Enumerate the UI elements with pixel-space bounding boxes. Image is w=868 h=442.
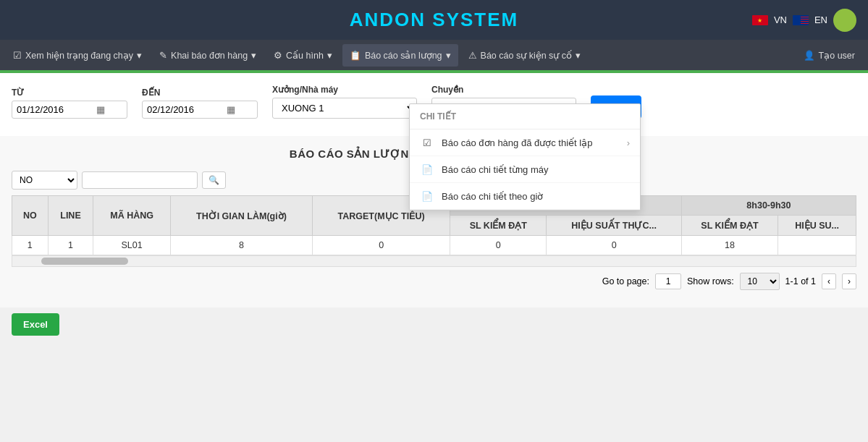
dropdown-item-chi-tiet-gio-label: Báo cáo chi tiết theo giờ — [442, 191, 543, 202]
excel-button[interactable]: Excel — [12, 313, 59, 336]
search-input[interactable] — [82, 171, 198, 189]
col-hs-2: HIỆU SU... — [778, 216, 856, 236]
alert-icon: ⚠ — [468, 50, 477, 61]
chevron-down-icon: ▾ — [137, 50, 142, 61]
monitor-icon: ☑ — [13, 50, 22, 61]
navbar: ☑ Xem hiện trạng đang chạy ▾ ✎ Khai báo … — [0, 40, 868, 70]
dropdown-item-chi-tiet-may-label: Báo cáo chi tiết từng máy — [442, 164, 549, 175]
app-title: ANDON SYSTEM — [350, 9, 518, 30]
den-input-wrapper[interactable]: ▦ — [142, 101, 258, 119]
list-report-icon-1: 📄 — [420, 163, 434, 175]
pagination-row: Go to page: Show rows: 5 10 20 50 100 1-… — [12, 267, 856, 296]
nav-khai-bao[interactable]: ✎ Khai báo đơn hàng ▾ — [152, 44, 264, 67]
cell-thoi-gian: 8 — [170, 236, 312, 255]
flag-vn-icon — [752, 15, 768, 25]
cell-hs-2 — [778, 236, 856, 255]
dropdown-item-chi-tiet-may[interactable]: 📄 Báo cáo chi tiết từng máy — [410, 156, 640, 183]
xuong-label: Xưởng/Nhà máy — [272, 85, 417, 95]
col-no: NO — [12, 196, 49, 236]
language-selector: VN EN — [752, 9, 856, 32]
col-sl-2: SL KIỂM ĐẠT — [681, 216, 778, 236]
chuyen-label: Chuyền — [431, 85, 576, 95]
nav-bao-cao-su-kien-label: Báo cáo sự kiện sự cố — [481, 50, 573, 61]
checkbox-report-icon: ☑ — [420, 137, 434, 148]
chevron-down-icon-3: ▾ — [327, 50, 332, 61]
search-button[interactable]: 🔍 — [202, 171, 226, 189]
page-input[interactable] — [655, 273, 681, 289]
cell-hs-1: 0 — [547, 236, 681, 255]
col-line: LINE — [48, 196, 93, 236]
col-group-8h30: 8h30-9h30 — [681, 196, 856, 216]
nav-xem-hien-trang[interactable]: ☑ Xem hiện trạng đang chạy ▾ — [6, 44, 149, 67]
table-row: 1 1 SL01 8 0 0 0 18 — [12, 236, 856, 255]
nav-khai-bao-label: Khai báo đơn hàng — [171, 50, 248, 61]
chevron-down-icon-2: ▾ — [251, 50, 256, 61]
tu-label: TỪ — [12, 88, 127, 98]
tu-input-wrapper[interactable]: ▦ — [12, 101, 127, 119]
xuong-select[interactable]: XUONG 1 XUONG 2 — [272, 98, 417, 119]
go-to-page-label: Go to page: — [602, 276, 649, 286]
rows-per-page-select[interactable]: 5 10 20 50 100 — [740, 273, 780, 290]
nav-cau-hinh[interactable]: ⚙ Cấu hình ▾ — [266, 44, 340, 67]
dropdown-item-chi-tiet-gio[interactable]: 📄 Báo cáo chi tiết theo giờ — [410, 183, 640, 210]
col-ma-hang: MÃ HÀNG — [93, 196, 170, 236]
flag-en-icon — [793, 15, 809, 25]
edit-icon: ✎ — [159, 50, 167, 61]
den-input[interactable] — [147, 104, 227, 115]
den-label: ĐẾN — [142, 88, 258, 98]
nav-bao-cao-san-luong-label: Báo cáo sản lượng — [365, 50, 442, 61]
chevron-down-icon-4: ▾ — [446, 50, 451, 61]
report-icon: 📋 — [350, 50, 361, 61]
nav-bao-cao-san-luong[interactable]: 📋 Báo cáo sản lượng ▾ — [342, 44, 458, 67]
nav-create-user[interactable]: 👤 Tạo user — [796, 44, 862, 67]
dropdown-item-don-hang[interactable]: ☑ Báo cáo đơn hàng đã được thiết lập › — [410, 129, 640, 156]
tu-input[interactable] — [17, 104, 96, 115]
cell-target: 0 — [313, 236, 450, 255]
next-page-btn[interactable]: › — [842, 273, 856, 289]
den-group: ĐẾN ▦ — [142, 88, 258, 119]
scroll-thumb[interactable] — [41, 258, 128, 265]
nav-create-user-label: Tạo user — [819, 50, 855, 61]
arrow-right-icon: › — [627, 137, 630, 148]
list-report-icon-2: 📄 — [420, 190, 434, 202]
col-thoi-gian: THỜI GIAN LÀM(giờ) — [170, 196, 312, 236]
nav-bao-cao-su-kien[interactable]: ⚠ Báo cáo sự kiện sự cố ▾ — [461, 44, 589, 67]
nav-xem-hien-trang-label: Xem hiện trạng đang chạy — [25, 50, 133, 61]
dropdown-bao-cao: CHI TIẾT ☑ Báo cáo đơn hàng đã được thiế… — [409, 103, 641, 211]
horizontal-scrollbar[interactable] — [12, 255, 856, 267]
dropdown-item-don-hang-label: Báo cáo đơn hàng đã được thiết lập — [442, 137, 592, 148]
cell-no: 1 — [12, 236, 49, 255]
tu-group: TỪ ▦ — [12, 88, 127, 119]
search-icon: 🔍 — [208, 175, 219, 185]
col-sl-1: SL KIỂM ĐẠT — [450, 216, 547, 236]
user-avatar[interactable] — [833, 9, 856, 32]
cell-sl-2: 18 — [681, 236, 778, 255]
col-hs-1: HIỆU SUẤT THỰC... — [547, 216, 681, 236]
vn-lang-btn[interactable]: VN — [774, 14, 787, 25]
cell-ma-hang: SL01 — [93, 236, 170, 255]
calendar-icon-tu[interactable]: ▦ — [96, 104, 105, 115]
show-rows-label: Show rows: — [687, 276, 734, 286]
xuong-group: Xưởng/Nhà máy XUONG 1 XUONG 2 — [272, 85, 417, 119]
user-add-icon: 👤 — [804, 50, 815, 61]
tools-icon: ⚙ — [274, 50, 282, 61]
page-range-label: 1-1 of 1 — [785, 276, 816, 286]
dropdown-header: CHI TIẾT — [410, 104, 640, 129]
chevron-down-icon-5: ▾ — [576, 50, 581, 61]
app-header: ANDON SYSTEM VN EN — [0, 0, 868, 40]
prev-page-btn[interactable]: ‹ — [822, 273, 836, 289]
body-wrapper: TỪ ▦ ĐẾN ▦ Xưởng/Nhà máy XUONG 1 XU — [0, 73, 868, 341]
calendar-icon-den[interactable]: ▦ — [227, 104, 235, 115]
en-lang-btn[interactable]: EN — [814, 14, 827, 25]
nav-cau-hinh-label: Cấu hình — [286, 50, 324, 61]
cell-line[interactable]: 1 — [48, 236, 93, 255]
cell-sl-1: 0 — [450, 236, 547, 255]
toolbar-filter-select[interactable]: NO LINE MÃ HÀNG — [12, 171, 77, 190]
